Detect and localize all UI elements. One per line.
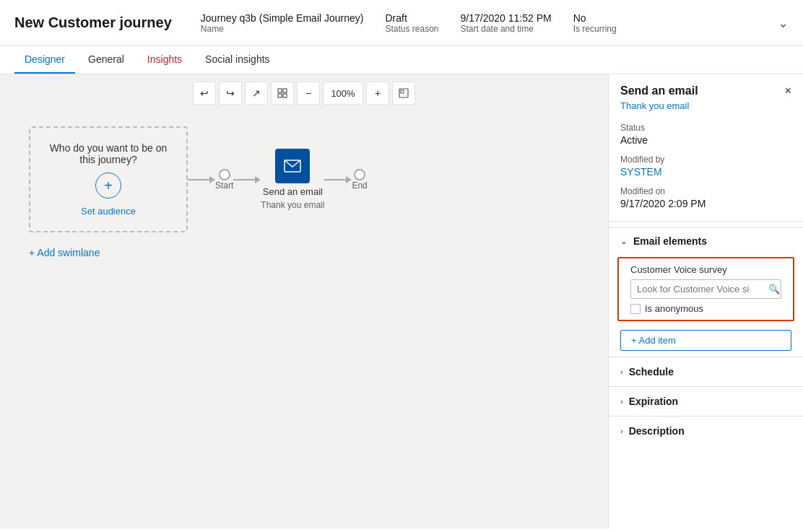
- status-label: Status reason: [385, 24, 438, 34]
- journey-name-value: Journey q3b (Simple Email Journey): [201, 12, 364, 24]
- tab-general[interactable]: General: [78, 46, 134, 74]
- add-swimlane-label: + Add swimlane: [29, 247, 100, 258]
- description-title: Description: [629, 425, 685, 437]
- cv-search-row: 🔍 ✕: [630, 279, 781, 299]
- cv-search-input[interactable]: [631, 280, 764, 298]
- tab-bar: Designer General Insights Social insight…: [0, 46, 803, 74]
- start-date-field: 9/17/2020 11:52 PM Start date and time: [461, 12, 552, 34]
- start-date-value: 9/17/2020 11:52 PM: [461, 12, 552, 24]
- schedule-chevron-icon: ›: [620, 367, 623, 376]
- end-label: End: [352, 180, 367, 191]
- customer-voice-section: Customer Voice survey 🔍 ✕ Is anonymous: [617, 257, 794, 321]
- start-node: Start: [215, 169, 233, 191]
- svg-rect-1: [283, 89, 287, 92]
- journey-canvas: ↩ ↪ ↗ − 100% +: [0, 74, 608, 528]
- cv-anonymous-row: Is anonymous: [630, 303, 781, 314]
- add-item-label: + Add item: [631, 335, 676, 346]
- header-meta: Journey q3b (Simple Email Journey) Name …: [201, 12, 789, 34]
- panel-modified-on-field: Modified on 9/17/2020 2:09 PM: [609, 183, 803, 215]
- panel-modified-by-value[interactable]: SYSTEM: [620, 166, 791, 178]
- audience-plus-button[interactable]: +: [95, 173, 121, 199]
- expand-button[interactable]: ↗: [245, 82, 268, 105]
- tab-social-insights[interactable]: Social insights: [195, 46, 280, 74]
- end-circle: [354, 169, 365, 180]
- audience-box: Who do you want to be on this journey? +…: [29, 126, 188, 232]
- zoom-in-button[interactable]: +: [366, 82, 389, 105]
- svg-rect-2: [278, 94, 282, 97]
- right-panel: Send an email × Thank you email Status A…: [608, 74, 803, 528]
- panel-divider: [609, 221, 803, 222]
- add-swimlane-button[interactable]: + Add swimlane: [29, 244, 579, 261]
- cv-anonymous-label: Is anonymous: [645, 303, 703, 314]
- main-content: ↩ ↪ ↗ − 100% +: [0, 74, 803, 528]
- start-date-label: Start date and time: [461, 24, 552, 34]
- journey-name-field: Journey q3b (Simple Email Journey) Name: [201, 12, 364, 34]
- recurring-label: Is recurring: [573, 24, 617, 34]
- panel-header: Send an email ×: [609, 74, 803, 100]
- audience-title: Who do you want to be on this journey?: [45, 142, 172, 165]
- zoom-out-button[interactable]: −: [297, 82, 320, 105]
- redo-button[interactable]: ↪: [219, 82, 242, 105]
- svg-rect-0: [278, 89, 282, 92]
- expiration-title: Expiration: [629, 396, 678, 407]
- email-node-title: Send an email: [263, 186, 323, 197]
- panel-modified-on-label: Modified on: [620, 186, 791, 196]
- panel-close-button[interactable]: ×: [785, 84, 791, 97]
- svg-rect-3: [283, 94, 287, 97]
- panel-status-field: Status Active: [609, 120, 803, 152]
- email-elements-chevron-icon: ⌄: [620, 236, 628, 246]
- cv-search-icon: 🔍: [764, 280, 781, 298]
- schedule-section-header[interactable]: › Schedule: [609, 357, 803, 386]
- svg-rect-5: [401, 90, 404, 93]
- panel-subtitle[interactable]: Thank you email: [609, 100, 803, 120]
- start-label: Start: [215, 180, 233, 191]
- end-node: End: [352, 169, 367, 191]
- status-field: Draft Status reason: [385, 12, 438, 34]
- page-header: New Customer journey Journey q3b (Simple…: [0, 0, 803, 46]
- recurring-value: No: [573, 12, 617, 24]
- add-item-button[interactable]: + Add item: [620, 330, 791, 351]
- expiration-chevron-icon: ›: [620, 397, 623, 406]
- expiration-section-header[interactable]: › Expiration: [609, 386, 803, 416]
- journey-name-label: Name: [201, 24, 364, 34]
- panel-modified-by-label: Modified by: [620, 154, 791, 165]
- connector-audience-start: [188, 176, 215, 183]
- status-value: Draft: [385, 12, 438, 24]
- email-node-sub: Thank you email: [261, 200, 324, 210]
- header-chevron-icon[interactable]: ⌄: [778, 15, 789, 31]
- zoom-level-display: 100%: [323, 82, 363, 105]
- email-node[interactable]: Send an email Thank you email: [261, 149, 324, 210]
- set-audience-label[interactable]: Set audience: [81, 206, 136, 217]
- cv-survey-label: Customer Voice survey: [630, 264, 781, 275]
- panel-modified-on-value: 9/17/2020 2:09 PM: [620, 198, 791, 209]
- email-icon[interactable]: [275, 149, 310, 183]
- panel-status-label: Status: [620, 123, 791, 133]
- connector-email-end: [324, 176, 352, 183]
- canvas-toolbar: ↩ ↪ ↗ − 100% +: [0, 74, 608, 112]
- journey-flow: Who do you want to be on this journey? +…: [0, 112, 608, 276]
- recurring-field: No Is recurring: [573, 12, 617, 34]
- email-elements-title: Email elements: [633, 235, 707, 247]
- description-section-header[interactable]: › Description: [609, 416, 803, 445]
- panel-status-value: Active: [620, 134, 791, 146]
- email-elements-section-header[interactable]: ⌄ Email elements: [609, 227, 803, 254]
- page-title: New Customer journey: [14, 14, 172, 31]
- schedule-title: Schedule: [629, 366, 674, 378]
- description-chevron-icon: ›: [620, 427, 623, 435]
- start-circle: [219, 169, 230, 180]
- tab-designer[interactable]: Designer: [14, 46, 75, 74]
- cv-anonymous-checkbox[interactable]: [630, 304, 641, 314]
- fullscreen-button[interactable]: [392, 82, 415, 105]
- tab-insights[interactable]: Insights: [137, 46, 192, 74]
- panel-modified-by-field: Modified by SYSTEM: [609, 152, 803, 183]
- undo-button[interactable]: ↩: [193, 82, 216, 105]
- fit-button[interactable]: [271, 82, 294, 105]
- panel-title: Send an email: [620, 84, 698, 97]
- connector-start-email: [233, 176, 261, 183]
